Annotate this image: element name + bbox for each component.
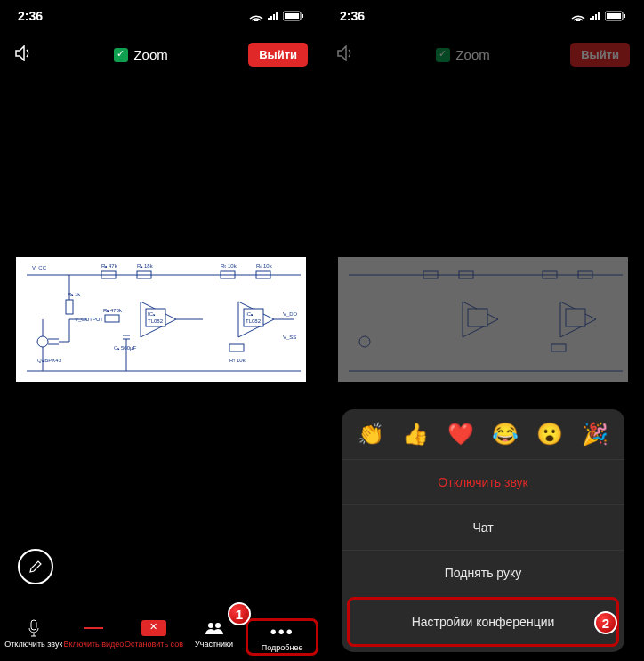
svg-rect-1 <box>270 16 272 20</box>
svg-rect-59 <box>607 13 621 19</box>
video-label: Включить видео <box>63 640 124 649</box>
svg-rect-5 <box>285 13 299 19</box>
top-bar: Zoom Выйти <box>0 27 322 77</box>
speaker-icon[interactable] <box>336 45 356 65</box>
svg-text:IC₁: IC₁ <box>148 311 156 317</box>
svg-point-52 <box>208 623 213 628</box>
participants-label: Участники <box>195 640 233 649</box>
svg-text:Q₁ BPX43: Q₁ BPX43 <box>37 358 62 363</box>
svg-text:V_SS: V_SS <box>283 335 296 340</box>
status-time: 2:36 <box>340 9 365 23</box>
menu-mute-all[interactable]: Отключить звук <box>342 459 624 504</box>
menu-raise-hand[interactable]: Поднять руку <box>342 550 624 595</box>
annotate-button[interactable] <box>18 549 53 584</box>
title-text: Zoom <box>455 47 489 62</box>
svg-rect-70 <box>566 309 585 326</box>
svg-rect-54 <box>590 18 592 20</box>
svg-text:C₁ 500μF: C₁ 500μF <box>114 345 136 351</box>
reactions-row: 👏 👍 ❤️ 😂 😮 🎉 <box>342 409 624 459</box>
stop-label: Остановить сов <box>125 640 183 649</box>
menu-chat[interactable]: Чат <box>342 504 624 550</box>
more-menu-popup: 👏 👍 ❤️ 😂 😮 🎉 Отключить звук Чат Поднять … <box>342 409 624 652</box>
reaction-wow[interactable]: 😮 <box>536 422 563 447</box>
svg-rect-56 <box>595 14 597 20</box>
more-label: Подробнее <box>262 643 303 652</box>
status-bar: 2:36 <box>322 0 644 27</box>
svg-text:V_OUTPUT: V_OUTPUT <box>75 317 103 322</box>
shared-content[interactable] <box>338 257 628 382</box>
svg-text:V_DD: V_DD <box>283 311 298 317</box>
shield-icon <box>436 48 450 62</box>
status-time: 2:36 <box>18 9 43 23</box>
speaker-icon[interactable] <box>14 45 34 65</box>
svg-text:V_CC: V_CC <box>32 265 47 270</box>
status-bar: 2:36 <box>0 0 322 27</box>
top-bar: Zoom Выйти <box>322 27 644 77</box>
menu-meeting-settings[interactable]: Настройки конференции <box>350 600 616 644</box>
video-button[interactable]: Включить видео <box>64 618 125 656</box>
bottom-toolbar: Отключить звук Включить видео Остановить… <box>0 618 322 656</box>
svg-text:IC₂: IC₂ <box>246 311 254 317</box>
svg-text:R₇ 10k: R₇ 10k <box>229 358 246 363</box>
reaction-clap[interactable]: 👏 <box>358 422 384 447</box>
reaction-thumbsup[interactable]: 👍 <box>402 422 429 447</box>
svg-point-53 <box>215 623 221 628</box>
menu-settings-highlight: Настройки конференции <box>347 597 619 647</box>
shield-icon <box>114 48 128 62</box>
svg-rect-55 <box>592 16 594 20</box>
reaction-heart[interactable]: ❤️ <box>447 422 474 447</box>
mute-label: Отключить звук <box>4 640 62 649</box>
callout-badge-2: 2 <box>594 611 617 634</box>
title-text: Zoom <box>133 47 167 62</box>
svg-text:R₅ 10k: R₅ 10k <box>221 263 237 269</box>
svg-rect-3 <box>276 12 278 20</box>
phone-right: 2:36 Zoom Выйти <box>322 0 644 661</box>
more-button[interactable]: ••• Подробнее <box>246 618 318 656</box>
meeting-title: Zoom <box>114 47 167 62</box>
status-icons <box>571 11 626 21</box>
svg-rect-6 <box>302 14 303 18</box>
svg-text:TL082: TL082 <box>246 318 262 324</box>
more-icon: ••• <box>270 622 294 642</box>
svg-text:R₃ 47k: R₃ 47k <box>101 263 118 269</box>
svg-rect-57 <box>598 12 600 20</box>
svg-text:R₄ 18k: R₄ 18k <box>137 263 154 269</box>
reaction-party[interactable]: 🎉 <box>582 422 608 447</box>
status-icons <box>249 11 304 21</box>
svg-text:R₆ 10k: R₆ 10k <box>256 263 273 269</box>
stop-share-button[interactable]: Остановить сов <box>124 618 184 656</box>
svg-rect-50 <box>31 620 36 630</box>
meeting-title: Zoom <box>436 47 489 62</box>
svg-text:R₁ 1k: R₁ 1k <box>68 292 81 297</box>
leave-button[interactable]: Выйти <box>248 43 308 67</box>
svg-rect-67 <box>468 309 487 326</box>
svg-rect-0 <box>268 18 270 20</box>
phone-left: 2:36 Zoom Выйти <box>0 0 322 661</box>
leave-button[interactable]: Выйти <box>570 43 630 67</box>
callout-badge-1: 1 <box>228 602 251 625</box>
svg-text:R₂ 470k: R₂ 470k <box>103 308 123 313</box>
svg-rect-60 <box>624 14 625 18</box>
mute-button[interactable]: Отключить звук <box>4 618 64 656</box>
svg-rect-2 <box>273 14 275 20</box>
svg-text:TL082: TL082 <box>148 318 164 324</box>
shared-content[interactable]: V_CCR₁ 1k R₃ 47kR₄ 18k R₂ 470kC₁ 500μF I… <box>16 257 306 382</box>
reaction-laugh[interactable]: 😂 <box>492 422 519 447</box>
stop-icon <box>141 620 166 636</box>
